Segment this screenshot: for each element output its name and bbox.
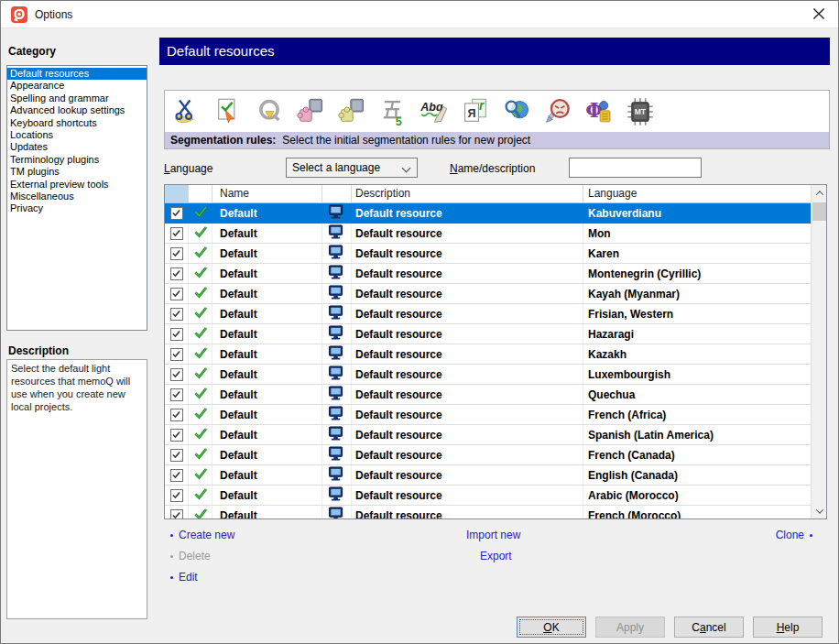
resource-language: Arabic (Morocco)	[583, 486, 811, 505]
scroll-down-icon[interactable]	[812, 503, 827, 518]
row-checkbox[interactable]	[170, 267, 183, 280]
table-row[interactable]: Default Default resource Quechua	[165, 385, 811, 405]
help-button[interactable]: Help	[753, 617, 823, 638]
row-checkbox[interactable]	[170, 489, 183, 502]
category-item[interactable]: Updates	[7, 141, 147, 153]
export-path-rules-icon[interactable]	[296, 96, 325, 127]
enabled-check-icon	[193, 204, 208, 222]
table-row[interactable]: Default Default resource Kabuverdianu	[165, 203, 811, 224]
row-checkbox[interactable]	[170, 247, 183, 260]
category-item[interactable]: Keyboard shortcuts	[7, 117, 147, 129]
svg-text:Я: Я	[467, 106, 475, 119]
enabled-check-icon	[193, 305, 208, 322]
category-item[interactable]: Default resources	[7, 68, 147, 80]
header-icon-column[interactable]	[322, 185, 352, 202]
enabled-check-icon	[193, 325, 208, 343]
row-checkbox[interactable]	[170, 409, 183, 421]
row-checkbox[interactable]	[170, 227, 183, 240]
edit-link[interactable]: Edit	[170, 571, 198, 584]
table-row[interactable]: Default Default resource Frisian, Wester…	[165, 304, 811, 324]
row-checkbox[interactable]	[170, 429, 183, 442]
row-checkbox[interactable]	[170, 207, 183, 220]
bullet-icon	[170, 555, 173, 558]
resource-language: Kazakh	[583, 344, 811, 364]
table-row[interactable]: Default Default resource French (Morocco…	[165, 506, 811, 518]
resource-language: French (Canada)	[583, 445, 811, 464]
apply-button[interactable]: Apply	[595, 617, 665, 638]
header-checkbox-column[interactable]	[165, 185, 189, 202]
tm-settings-icon[interactable]	[255, 96, 284, 127]
clone-link[interactable]: Clone	[776, 529, 812, 541]
resources-table: Name Description Language	[164, 184, 827, 519]
scrollbar-thumb[interactable]	[812, 202, 826, 221]
ok-button[interactable]: OK	[517, 617, 586, 638]
table-row[interactable]: Default Default resource Hazaragi	[165, 324, 811, 344]
table-row[interactable]: Default Default resource French (Africa)	[165, 405, 811, 425]
number-formats-icon[interactable]: 5	[378, 96, 408, 127]
cancel-button[interactable]: Cancel	[674, 617, 744, 638]
table-row[interactable]: Default Default resource Mon	[165, 224, 811, 244]
table-row[interactable]: Default Default resource French (Canada)	[165, 445, 811, 465]
description-box: Select the default light resources that …	[6, 359, 147, 619]
category-item[interactable]: Appearance	[7, 80, 147, 92]
language-select[interactable]: Select a language	[286, 158, 418, 178]
local-resource-icon	[328, 224, 345, 243]
row-checkbox[interactable]	[170, 308, 183, 321]
table-row[interactable]: Default Default resource Karen	[165, 244, 811, 264]
table-scrollbar[interactable]	[811, 185, 826, 518]
row-checkbox[interactable]	[170, 509, 183, 519]
scroll-up-icon[interactable]	[812, 185, 827, 201]
font-substitution-icon[interactable]: Φ	[584, 96, 614, 127]
local-resource-icon	[328, 507, 345, 519]
enabled-check-icon	[193, 486, 208, 504]
table-row[interactable]: Default Default resource Spanish (Latin …	[165, 425, 811, 445]
name-description-input[interactable]	[569, 158, 702, 178]
qa-settings-icon[interactable]	[213, 96, 243, 127]
table-row[interactable]: Default Default resource Montenegrin (Cy…	[165, 264, 811, 284]
category-item[interactable]: Terminology plugins	[7, 154, 147, 166]
status-text: Select the initial segmentation rules fo…	[282, 134, 530, 147]
web-search-settings-icon[interactable]	[502, 96, 531, 127]
close-icon[interactable]	[811, 6, 827, 23]
category-item[interactable]: Spelling and grammar	[7, 93, 147, 104]
table-row[interactable]: Default Default resource Arabic (Morocco…	[165, 486, 811, 506]
window-title: Options	[35, 8, 72, 21]
autocorrect-sets-icon[interactable]: Abq	[420, 96, 449, 127]
table-row[interactable]: Default Default resource Luxembourgish	[165, 365, 811, 385]
resource-language: Hazaragi	[583, 324, 811, 344]
header-name[interactable]: Name	[212, 185, 322, 202]
resource-description: Default resource	[352, 224, 583, 243]
table-row[interactable]: Default Default resource Kazakh	[165, 344, 811, 365]
resource-description: Default resource	[352, 405, 583, 424]
export-link[interactable]: Export	[480, 550, 512, 562]
import-new-link[interactable]: Import new	[466, 529, 520, 541]
row-checkbox[interactable]	[170, 288, 183, 300]
row-checkbox[interactable]	[170, 469, 183, 482]
category-item[interactable]: TM plugins	[7, 166, 147, 178]
header-language[interactable]: Language	[583, 185, 811, 202]
local-resource-icon	[328, 325, 345, 344]
header-description[interactable]: Description	[352, 185, 583, 202]
row-checkbox[interactable]	[170, 348, 183, 361]
resource-description: Default resource	[352, 203, 583, 223]
category-item[interactable]: Miscellaneous	[7, 191, 147, 202]
category-item[interactable]: Advanced lookup settings	[7, 104, 147, 116]
category-item[interactable]: Locations	[7, 129, 147, 141]
ignore-lists-icon[interactable]	[543, 96, 572, 127]
row-checkbox[interactable]	[170, 368, 183, 381]
category-item[interactable]: Privacy	[7, 202, 147, 214]
table-row[interactable]: Default Default resource Kayah (Myanmar)	[165, 284, 811, 304]
filter-configurations-icon[interactable]	[337, 96, 366, 127]
auto-translation-rules-icon[interactable]: Я r	[461, 96, 490, 127]
header-enabled-column[interactable]	[189, 185, 212, 202]
segmentation-rules-icon[interactable]	[172, 96, 202, 127]
table-row[interactable]: Default Default resource English (Canada…	[165, 465, 811, 486]
row-checkbox[interactable]	[170, 449, 183, 462]
row-checkbox[interactable]	[170, 328, 183, 341]
mt-settings-icon[interactable]: MT	[626, 96, 655, 127]
delete-link[interactable]: Delete	[170, 550, 211, 562]
row-checkbox[interactable]	[170, 388, 183, 401]
create-new-link[interactable]: Create new	[170, 529, 234, 541]
category-item[interactable]: External preview tools	[7, 179, 147, 191]
resource-name: Default	[212, 324, 322, 344]
